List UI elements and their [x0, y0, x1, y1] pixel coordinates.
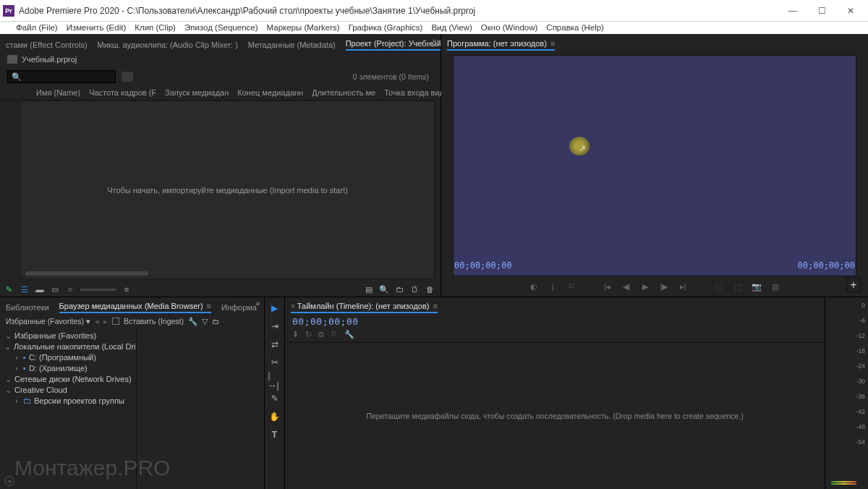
- col-dur[interactable]: Длительность ме: [312, 88, 384, 97]
- play-icon[interactable]: ▶: [639, 282, 651, 292]
- timecode-current[interactable]: 00;00;00;00: [454, 260, 511, 271]
- menu-markers[interactable]: Маркеры (Markers): [267, 23, 340, 32]
- timecode-duration: 00;00;00;00: [798, 260, 855, 271]
- search-input[interactable]: 🔍: [7, 70, 116, 83]
- meter-scale: 0-6-12 -18-24-30 -36-42-48 -54: [828, 302, 865, 446]
- linked-selection-icon[interactable]: ⚐: [331, 330, 338, 339]
- find-icon[interactable]: 🔍: [379, 285, 389, 294]
- extract-icon[interactable]: ⬚: [732, 282, 744, 292]
- project-file-name: Учебный.prproj: [22, 55, 77, 64]
- zoom-slider-handle[interactable]: ○: [65, 285, 75, 294]
- wrench-icon[interactable]: 🔧: [188, 317, 197, 326]
- ingest-checkbox[interactable]: [112, 318, 119, 325]
- type-tool-icon[interactable]: T: [268, 428, 281, 441]
- zoom-slider[interactable]: [80, 289, 116, 291]
- selection-tool-icon[interactable]: ▶: [268, 302, 281, 315]
- marker-icon[interactable]: ⚐: [566, 282, 577, 292]
- settings-icon[interactable]: 🔧: [344, 330, 354, 339]
- tree-drive-c[interactable]: ›▪C: (Программный): [4, 352, 132, 363]
- menu-window[interactable]: Окно (Window): [481, 23, 537, 32]
- filter-button[interactable]: [122, 72, 133, 82]
- close-button[interactable]: ✕: [836, 3, 865, 19]
- sort-icon[interactable]: ≡: [122, 285, 132, 294]
- pen-tool-icon[interactable]: ✎: [268, 392, 281, 405]
- filter-icon[interactable]: ▽: [202, 317, 208, 326]
- horizontal-scrollbar[interactable]: [25, 271, 148, 276]
- hamburger-icon[interactable]: ≡: [207, 302, 211, 310]
- ripple-tool-icon[interactable]: ⇄: [268, 338, 281, 351]
- button-add-panel[interactable]: +: [846, 278, 861, 292]
- tree-network-drives[interactable]: ⌄Сетевые диски (Network Drives): [4, 374, 132, 385]
- tree-team-projects[interactable]: ›🗀Версии проектов группы: [4, 396, 132, 407]
- program-video-viewport[interactable]: [453, 55, 856, 276]
- tabs-overflow-icon[interactable]: »: [432, 37, 436, 45]
- go-to-in-icon[interactable]: |◂: [602, 282, 613, 292]
- menu-graphics[interactable]: Графика (Graphics): [349, 23, 423, 32]
- media-browser-panel: Библиотеки Браузер медиаданных (Media Br…: [0, 297, 265, 489]
- export-frame-icon[interactable]: 📷: [751, 282, 762, 292]
- tab-audio-mixer[interactable]: Микш. аудиоклипа: (Audio Clip Mixer: ): [98, 41, 238, 51]
- tree-local-drives[interactable]: ⌄Локальные накопители (Local Driv: [4, 341, 132, 352]
- new-bin-icon[interactable]: 🗀: [394, 285, 404, 294]
- favorites-dropdown[interactable]: Избранные (Favorites) ▾: [6, 317, 90, 326]
- tree-drive-d[interactable]: ›▪D: (Хранилище): [4, 363, 132, 374]
- col-start[interactable]: Запуск медиадан: [165, 88, 237, 97]
- new-item-icon[interactable]: 🗋: [409, 285, 420, 294]
- step-back-icon[interactable]: ◀|: [621, 282, 632, 292]
- tab-libraries[interactable]: Библиотеки: [6, 303, 49, 313]
- hamburger-icon[interactable]: ≡: [433, 302, 437, 310]
- write-pen-icon[interactable]: ✎: [6, 285, 14, 294]
- timeline-empty-hint: Перетащите медиафайлы сюда, чтобы создат…: [366, 412, 743, 420]
- tree-creative-cloud[interactable]: ⌄Creative Cloud: [4, 385, 132, 396]
- trash-icon[interactable]: 🗑: [425, 285, 435, 294]
- tab-effect-controls[interactable]: стами (Effect Controls): [6, 41, 88, 51]
- tab-timeline[interactable]: ×Таймлайн (Timeline): (нет эпизодов)≡: [291, 302, 438, 313]
- menu-view[interactable]: Вид (View): [431, 23, 472, 32]
- maximize-button[interactable]: ☐: [807, 3, 836, 19]
- icon-view-icon[interactable]: ▬: [35, 285, 45, 294]
- insert-icon[interactable]: ⬇: [292, 330, 299, 339]
- timeline-toolbar: ▶ ⇥ ⇄ ✂ |↔| ✎ ✋ T: [265, 297, 285, 489]
- tree-favorites[interactable]: ⌄Избранные (Favorites): [4, 331, 132, 341]
- menu-help[interactable]: Справка (Help): [546, 23, 604, 32]
- go-to-out-icon[interactable]: ▸|: [677, 282, 689, 292]
- new-folder-icon[interactable]: 🗀: [212, 317, 220, 326]
- menu-file[interactable]: Файл (File): [16, 23, 58, 32]
- nav-back-icon[interactable]: ◂: [95, 317, 99, 326]
- mark-in-icon[interactable]: ◐: [528, 282, 540, 292]
- col-name[interactable]: Имя (Name): [36, 88, 89, 97]
- tab-program[interactable]: Программа: (нет эпизодов)≡: [447, 39, 555, 51]
- overwrite-icon[interactable]: ↻: [305, 330, 312, 339]
- snap-icon[interactable]: ⧉: [318, 330, 324, 339]
- step-forward-icon[interactable]: |▶: [658, 282, 670, 292]
- timeline-tracks[interactable]: Перетащите медиафайлы сюда, чтобы создат…: [285, 342, 825, 489]
- menu-sequence[interactable]: Эпизод (Sequence): [184, 23, 258, 32]
- menu-edit[interactable]: Изменить (Edit): [67, 23, 127, 32]
- tab-metadata[interactable]: Метаданные (Metadata): [248, 41, 336, 51]
- tab-media-browser[interactable]: Браузер медиаданных (Media Browser)≡: [59, 302, 211, 313]
- nav-forward-icon[interactable]: ▸: [103, 317, 108, 326]
- tab-info[interactable]: Информа: [221, 303, 257, 313]
- col-fps[interactable]: Частота кадров (F: [89, 88, 165, 97]
- creative-cloud-icon[interactable]: ∞: [4, 476, 14, 486]
- bin-item-count: 0 элементов (0 Items): [139, 72, 433, 81]
- menu-clip[interactable]: Клип (Clip): [135, 23, 176, 32]
- tabs-overflow-icon[interactable]: »: [255, 299, 260, 307]
- comparison-icon[interactable]: ▥: [770, 282, 781, 292]
- lift-icon[interactable]: ⬚: [713, 282, 725, 292]
- freeform-view-icon[interactable]: ▭: [50, 285, 60, 294]
- slip-tool-icon[interactable]: |↔|: [268, 374, 281, 387]
- hand-tool-icon[interactable]: ✋: [268, 410, 281, 423]
- col-end[interactable]: Конец медиаданн: [237, 88, 312, 97]
- minimize-button[interactable]: —: [778, 3, 807, 19]
- hamburger-icon[interactable]: ≡: [550, 39, 555, 48]
- search-icon: 🔍: [12, 72, 22, 82]
- list-view-icon[interactable]: ☰: [20, 285, 30, 294]
- tab-project[interactable]: Проект (Project): Учебный≡: [346, 39, 441, 51]
- track-select-tool-icon[interactable]: ⇥: [268, 320, 281, 333]
- auto-sequence-icon[interactable]: ▤: [364, 285, 374, 294]
- razor-tool-icon[interactable]: ✂: [268, 356, 281, 369]
- playhead-timecode[interactable]: 00;00;00;00: [292, 316, 359, 327]
- project-bin-body[interactable]: Чтобы начать, импортируйте медиаданные (…: [20, 101, 435, 279]
- mark-out-icon[interactable]: |: [547, 282, 558, 291]
